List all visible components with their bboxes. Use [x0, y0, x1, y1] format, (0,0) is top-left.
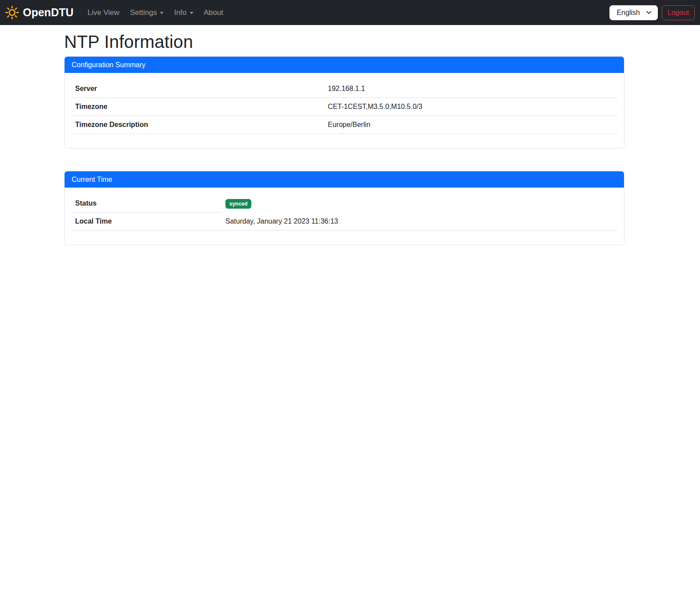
nav-item-settings[interactable]: Settings: [127, 5, 167, 21]
row-value: 192.168.1.1: [324, 80, 617, 98]
navbar: OpenDTU Live View Settings Info About En…: [0, 0, 700, 25]
row-value: CET-1CEST,M3.5.0,M10.5.0/3: [324, 98, 617, 116]
card-header: Current Time: [65, 171, 624, 188]
row-label: Server: [72, 80, 324, 98]
card-body: Server 192.168.1.1 Timezone CET-1CEST,M3…: [65, 73, 624, 148]
configuration-summary-card: Configuration Summary Server 192.168.1.1…: [64, 56, 624, 148]
card-header: Configuration Summary: [65, 57, 624, 73]
nav-item-label: Info: [174, 8, 186, 17]
nav-item-label: About: [204, 8, 223, 17]
sun-icon: [5, 6, 19, 19]
row-label: Local Time: [72, 213, 222, 231]
card-spacer: [64, 148, 624, 171]
language-select[interactable]: English: [609, 5, 658, 20]
configuration-summary-table: Server 192.168.1.1 Timezone CET-1CEST,M3…: [72, 80, 617, 134]
row-value: Saturday, January 21 2023 11:36:13: [222, 213, 617, 231]
nav-item-about[interactable]: About: [200, 5, 227, 21]
table-row: Timezone Description Europe/Berlin: [72, 116, 617, 134]
main-content: NTP Information Configuration Summary Se…: [64, 25, 624, 245]
nav-menu: Live View Settings Info About: [82, 5, 228, 21]
card-body: Status synced Local Time Saturday, Janua…: [65, 188, 624, 245]
table-row: Timezone CET-1CEST,M3.5.0,M10.5.0/3: [72, 98, 617, 116]
row-label: Timezone Description: [72, 116, 324, 134]
row-label: Status: [72, 195, 222, 213]
current-time-table: Status synced Local Time Saturday, Janua…: [72, 195, 617, 231]
nav-item-info[interactable]: Info: [170, 5, 196, 21]
chevron-down-icon: [646, 10, 652, 15]
page-title: NTP Information: [64, 31, 624, 52]
logout-button[interactable]: Logout: [662, 5, 695, 20]
table-row: Local Time Saturday, January 21 2023 11:…: [72, 213, 617, 231]
row-label: Timezone: [72, 98, 324, 116]
table-row: Server 192.168.1.1: [72, 80, 617, 98]
table-row: Status synced: [72, 195, 617, 213]
nav-item-label: Settings: [130, 8, 157, 17]
chevron-down-icon: [190, 12, 193, 14]
row-value: Europe/Berlin: [324, 116, 617, 134]
brand-title: OpenDTU: [23, 6, 73, 19]
nav-item-live-view[interactable]: Live View: [84, 5, 123, 21]
status-badge: synced: [225, 199, 251, 209]
brand-logo[interactable]: OpenDTU: [5, 6, 78, 19]
language-select-value: English: [617, 9, 640, 17]
row-value: synced: [222, 195, 617, 213]
chevron-down-icon: [160, 12, 163, 14]
nav-item-label: Live View: [87, 8, 119, 17]
current-time-card: Current Time Status synced Local Time Sa…: [64, 171, 624, 245]
